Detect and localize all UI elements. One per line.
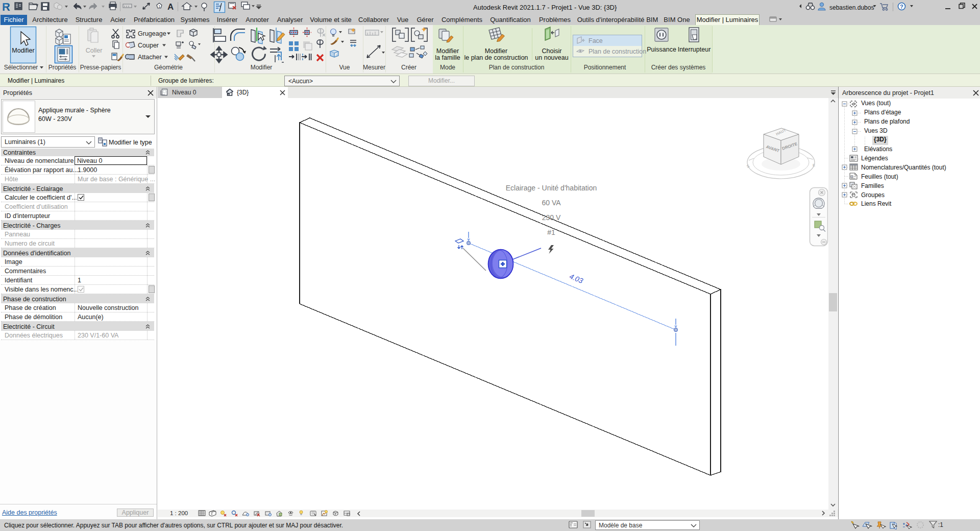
svg-text::1: :1 xyxy=(938,521,943,528)
svg-text:Propriétés: Propriétés xyxy=(48,64,77,71)
svg-text:Choisir: Choisir xyxy=(542,47,562,55)
svg-text:Positionnement: Positionnement xyxy=(584,64,626,71)
svg-text:Modifier: Modifier xyxy=(12,47,34,54)
svg-text:un nouveau: un nouveau xyxy=(535,54,568,61)
svg-text:Créer: Créer xyxy=(401,64,416,71)
svg-text:Coller: Coller xyxy=(86,47,103,54)
svg-text:Eclairage - Unité d'habitation: Eclairage - Unité d'habitation xyxy=(506,184,597,192)
svg-text:S: S xyxy=(746,164,750,169)
svg-text:4.03: 4.03 xyxy=(568,272,584,285)
svg-text:Attacher: Attacher xyxy=(138,54,162,61)
svg-text:Mode: Mode xyxy=(440,64,455,71)
svg-text:#1: #1 xyxy=(547,228,555,236)
svg-text:Modifier: Modifier xyxy=(251,64,273,71)
svg-text:230 V: 230 V xyxy=(542,213,561,222)
svg-text:Plan de construction: Plan de construction xyxy=(489,64,545,71)
svg-text:Puissance: Puissance xyxy=(647,46,676,53)
svg-text:Plan de construction: Plan de construction xyxy=(589,48,646,55)
svg-text:Grugeage: Grugeage xyxy=(138,30,166,37)
svg-text:Presse-papiers: Presse-papiers xyxy=(80,64,121,71)
svg-text:Couper: Couper xyxy=(138,42,159,49)
svg-text:Face: Face xyxy=(589,37,603,44)
svg-text:le plan de construction: le plan de construction xyxy=(464,54,528,61)
svg-text:Créer des systèmes: Créer des systèmes xyxy=(651,64,706,71)
svg-text:Géométrie: Géométrie xyxy=(154,64,183,71)
svg-text:E: E xyxy=(813,163,815,167)
svg-text:1: 1 xyxy=(158,4,161,9)
svg-text:Modifier: Modifier xyxy=(485,47,507,55)
svg-text:60 VA: 60 VA xyxy=(542,199,561,207)
svg-text:R: R xyxy=(2,1,10,13)
svg-text:Vue: Vue xyxy=(339,64,350,71)
svg-text:Mesurer: Mesurer xyxy=(363,64,385,71)
svg-text:A: A xyxy=(167,2,174,12)
svg-text:?: ? xyxy=(900,4,903,10)
svg-text:Interrupteur: Interrupteur xyxy=(678,46,711,53)
svg-text:la famille: la famille xyxy=(435,54,460,61)
svg-text:Sélectionner: Sélectionner xyxy=(4,64,38,71)
svg-text:Modifier: Modifier xyxy=(436,47,459,55)
